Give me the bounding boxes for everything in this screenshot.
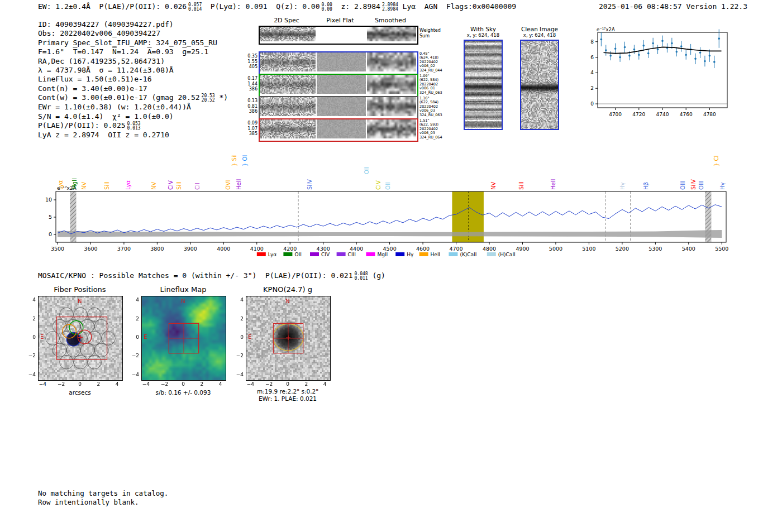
smoothed-image [367,27,416,41]
data-point [694,58,697,60]
y-tick-label: 10 [45,196,52,203]
info-line: Obs: 20220402v006_4090394227 [38,29,228,38]
left-label: 1.07 [247,126,258,132]
legend-label: (H)CaII [498,252,516,257]
spectrum-plot: 3500360037003800390040004100420043004400… [0,155,782,262]
with-sky-image [464,40,503,130]
clean-image [520,40,559,130]
twod-spec-image [260,27,316,41]
info-text: g [182,47,187,56]
info-text: =25.1 [187,47,208,56]
compass-north-label: N [181,298,185,304]
footer-line-1: No matching targets in catalog. [38,489,168,498]
axis-tick-label: 4 [127,297,139,303]
x-tick-label: 4400 [350,246,363,252]
kpno-caption: m:19.9 re:2.2" s:0.2" [240,388,335,395]
header-lower: 0.00 [322,7,332,12]
info-line: S/N = 4.0(±1.4) χ² = 1.0(±0.0) [38,112,228,121]
x-tick-label: 4100 [250,246,264,252]
info-line: EWr = 1.10(±0.38) (w: 1.20(±0.44))Å [38,103,228,112]
header-fraction: 0.0570.014 [188,3,202,12]
mosaic-lower: 0.011 [355,276,368,281]
pixel-flat-image [317,119,366,138]
emission-line-label: OIII [680,180,686,190]
footer-notes: No matching targets in catalog. Row inte… [38,489,168,506]
detection-info-block: ID: 4090394227 (4090394227.pdf)Obs: 2022… [38,20,228,140]
smoothed-image [367,52,416,71]
y-tick-label: 8 [590,39,594,45]
left-label: 405 [247,64,258,70]
header-fraction: 2.89842.8984 [382,3,398,12]
axis-tick-label: 0 [231,334,244,340]
left-label: 386 [247,109,258,114]
compass-east-label: E [248,334,251,340]
info-line: P(LAE)/P(OII): 0.0250.0530.013 [38,121,228,131]
pixel-flat-image [317,27,366,41]
emission-line-label: OII [385,182,391,190]
mosaic-text: (g) [368,271,385,280]
data-point [638,54,640,56]
y-tick-label: 5 [49,214,52,220]
info-fraction: 20.5320.52 [202,94,215,103]
pixel-flat-image [317,52,366,71]
with-sky-panel: With Sky x, y: 624, 418 [462,26,504,130]
axis-tick-label: −2 [23,353,36,358]
legend-label: CIII [348,252,356,257]
smoothed-image [367,119,416,138]
y-tick-label: 2 [590,85,594,91]
legend-swatch [395,252,404,256]
info-text: =0.147 [77,47,112,56]
data-point [680,45,683,47]
legend-label: (K)CaII [460,252,476,257]
info-line: Cont(w) = 3.00(±0.01)e-17 (gmag 20.5220.… [38,93,228,103]
axis-tick-label: −2 [159,381,171,387]
info-text: Cont(w) = 3.00(±0.01)e-17 (gmag 20.52 [38,93,200,102]
info-line: LineFlux = 1.50(±0.51)e-16 [38,75,228,84]
annotation-line: 324_RU_044 [419,69,442,73]
spec2d-row-left-labels: 0.351.55405 [247,54,258,70]
emission-line-label: CIV [375,180,382,190]
axis-tick-label: 0 [127,334,139,340]
arcsecs-axis-label: arcsecs [38,389,122,396]
axis-tick-label: 4 [231,297,244,303]
emission-line-label: OIII [698,180,704,190]
spec2d-row-left-labels: 0.091.07385 [247,121,258,137]
mosaic-match-line: MOSAIC/KPNO : Possible Matches = 0 (with… [38,271,385,281]
left-label: 0.17 [247,76,258,82]
axis-tick-label: −2 [55,381,68,387]
x-tick-label: 4600 [416,246,430,252]
clean-image-coords: x, y: 624, 418 [519,32,560,38]
info-text: EWr = 1.10(±0.38) (w: 1.20(±0.44))Å [38,103,191,111]
spec2d-col-header: Pixel Flat [316,17,365,24]
annotation-line: 324_RU_063 [419,113,442,117]
header-timestamp: 2025-01-06 08:48:57 Version 1.22.3 [599,2,747,11]
spec2d-row [259,26,418,45]
axis-tick-label: 0 [177,381,189,387]
data-point [713,61,716,63]
smoothed-image [367,75,416,94]
x-tick-label: 3500 [51,246,64,252]
data-point [642,45,645,47]
emission-line-label: NV [151,182,157,190]
spec2d-row-left-labels: 0.130.81386 [247,98,258,114]
x-tick-label: 4900 [516,246,529,252]
x-tick-label: 5200 [616,246,629,252]
with-sky-coords: x, y: 624, 418 [462,32,504,38]
axis-tick-label: −4 [23,372,36,377]
info-text: A [147,47,152,56]
legend-label: CIV [321,252,330,257]
mosaic-fraction: 0.0480.011 [355,272,368,281]
fiber-positions-title: Fiber Positions [38,285,122,294]
x-tick-label: 4700 [449,246,462,252]
spec2d-row [259,74,418,97]
data-point [628,55,631,57]
axis-tick-label: 2 [127,316,139,322]
legend-swatch [283,252,292,256]
emission-line-label: Lyα [125,180,131,190]
with-sky-title: With Sky [462,26,504,32]
data-point [633,49,636,51]
compass-north-label: N [285,298,289,304]
axis-tick-label: −4 [231,372,244,377]
spec2d-row [259,96,418,119]
pixel-flat-image [317,97,366,116]
